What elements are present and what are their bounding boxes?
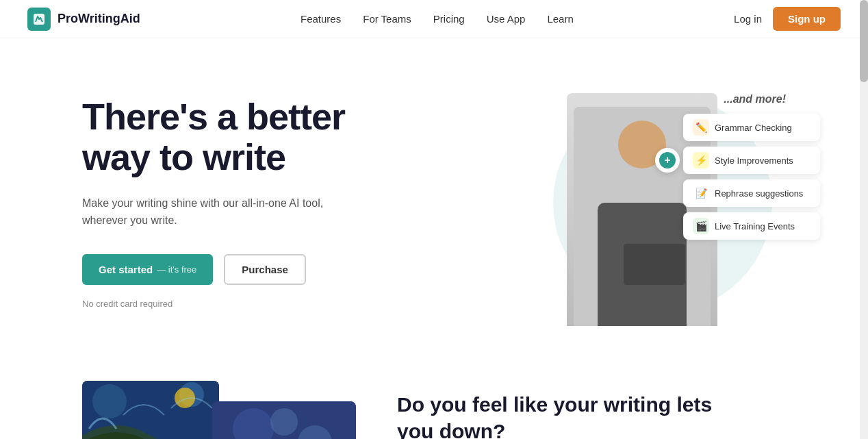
painting-card-1 <box>82 381 219 439</box>
person-body <box>598 203 687 326</box>
signup-button[interactable]: Sign up <box>773 7 841 31</box>
hero-subtitle: Make your writing shine with our all-in-… <box>82 195 370 229</box>
nav-pricing[interactable]: Pricing <box>433 13 465 25</box>
feature-pills: ✏️ Grammar Checking ⚡ Style Improvements… <box>683 114 820 240</box>
starry-night <box>82 381 219 439</box>
pill-style: ⚡ Style Improvements <box>683 147 820 174</box>
scrollbar-thumb[interactable] <box>860 0 868 82</box>
logo-link[interactable]: ProWritingAid <box>27 8 140 31</box>
login-button[interactable]: Log in <box>734 13 762 25</box>
second-left-art: My idea in my head <box>82 381 342 439</box>
svg-point-8 <box>270 408 298 436</box>
second-section: My idea in my head Do you feel like your… <box>0 353 868 439</box>
pill-rephrase: 📝 Rephrase suggestions <box>683 179 820 207</box>
hero-illustration: ...and more! + ✏️ Grammar Checking ⚡ Sty… <box>512 79 813 326</box>
nav-learn[interactable]: Learn <box>547 13 573 25</box>
painting-card-2 <box>212 401 356 439</box>
rephrase-icon: 📝 <box>693 185 709 201</box>
nav-for-teams[interactable]: For Teams <box>363 13 411 25</box>
grammar-icon: ✏️ <box>693 119 709 136</box>
purchase-button[interactable]: Purchase <box>224 254 306 285</box>
and-more-label: ...and more! <box>724 93 786 105</box>
logo-icon <box>27 8 51 31</box>
pill-training: 🎬 Live Training Events <box>683 212 820 240</box>
brand-name: ProWritingAid <box>58 12 140 26</box>
style-icon: ⚡ <box>693 152 709 168</box>
nav-links: Features For Teams Pricing Use App Learn <box>301 13 574 25</box>
second-right-text: Do you feel like your writing lets you d… <box>397 391 726 439</box>
navbar: ProWritingAid Features For Teams Pricing… <box>0 0 868 38</box>
second-section-title: Do you feel like your writing lets you d… <box>397 391 726 439</box>
training-icon: 🎬 <box>693 218 709 234</box>
plus-badge: + <box>655 148 680 173</box>
scrollbar[interactable] <box>860 0 868 439</box>
nav-actions: Log in Sign up <box>734 7 841 31</box>
hero-left: There's a better way to write Make your … <box>82 97 370 309</box>
pill-grammar: ✏️ Grammar Checking <box>683 114 820 141</box>
plus-icon: + <box>659 152 676 168</box>
hero-section: There's a better way to write Make your … <box>0 38 868 353</box>
nav-use-app[interactable]: Use App <box>487 13 526 25</box>
no-credit-card-notice: No credit card required <box>82 299 370 309</box>
nav-features[interactable]: Features <box>301 13 341 25</box>
laptop <box>624 244 685 285</box>
get-started-button[interactable]: Get started — it's free <box>82 254 213 285</box>
hero-title: There's a better way to write <box>82 97 370 178</box>
hero-buttons: Get started — it's free Purchase <box>82 254 370 285</box>
svg-point-2 <box>92 384 127 418</box>
